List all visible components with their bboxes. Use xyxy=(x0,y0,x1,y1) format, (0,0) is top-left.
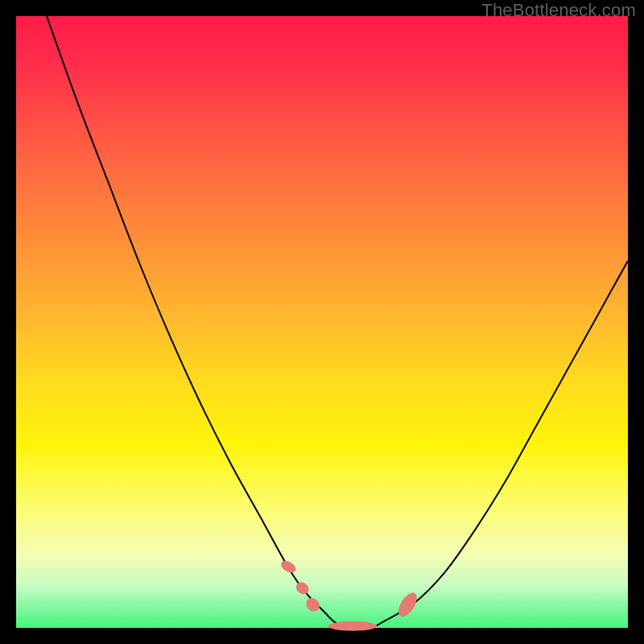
watermark-text: TheBottleneck.com xyxy=(481,0,636,21)
marker-left-mid xyxy=(294,580,312,597)
marker-bottom-flat xyxy=(328,621,378,631)
marker-left-upper xyxy=(279,559,298,575)
marker-left-low xyxy=(303,595,323,614)
outer-frame: TheBottleneck.com xyxy=(0,0,644,644)
marker-group xyxy=(279,559,421,631)
bottleneck-curve xyxy=(47,16,628,629)
chart-svg xyxy=(16,16,628,628)
marker-right xyxy=(394,590,420,620)
curve-group xyxy=(47,16,628,629)
